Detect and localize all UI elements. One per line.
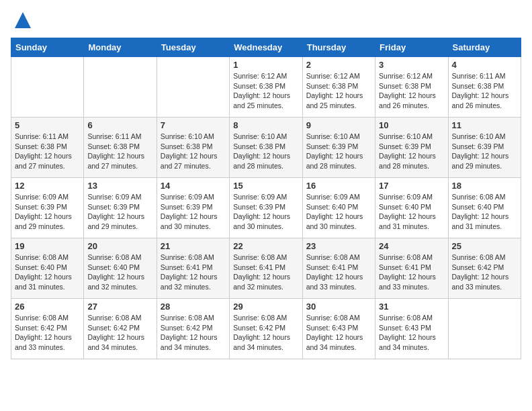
- day-number: 28: [161, 302, 226, 312]
- calendar-cell: [157, 57, 229, 118]
- day-number: 16: [306, 181, 371, 191]
- calendar-week-row: 5Sunrise: 6:11 AM Sunset: 6:38 PM Daylig…: [11, 118, 521, 178]
- day-info: Sunrise: 6:12 AM Sunset: 6:38 PM Dayligh…: [233, 71, 298, 111]
- day-info: Sunrise: 6:08 AM Sunset: 6:43 PM Dayligh…: [379, 313, 444, 353]
- calendar-cell: 7Sunrise: 6:10 AM Sunset: 6:38 PM Daylig…: [157, 118, 229, 178]
- day-info: Sunrise: 6:10 AM Sunset: 6:39 PM Dayligh…: [306, 132, 371, 171]
- calendar-cell: 16Sunrise: 6:09 AM Sunset: 6:40 PM Dayli…: [302, 178, 375, 238]
- day-info: Sunrise: 6:11 AM Sunset: 6:38 PM Dayligh…: [15, 132, 80, 171]
- day-info: Sunrise: 6:10 AM Sunset: 6:38 PM Dayligh…: [161, 132, 226, 171]
- day-info: Sunrise: 6:08 AM Sunset: 6:41 PM Dayligh…: [306, 253, 371, 292]
- calendar-cell: 1Sunrise: 6:12 AM Sunset: 6:38 PM Daylig…: [230, 57, 302, 118]
- day-number: 24: [379, 241, 444, 251]
- day-number: 18: [452, 181, 517, 191]
- day-number: 26: [15, 302, 80, 312]
- calendar-cell: 10Sunrise: 6:10 AM Sunset: 6:39 PM Dayli…: [375, 118, 448, 178]
- day-number: 29: [233, 302, 298, 312]
- col-header-monday: Monday: [84, 38, 157, 57]
- day-number: 3: [379, 60, 444, 70]
- day-info: Sunrise: 6:08 AM Sunset: 6:40 PM Dayligh…: [87, 253, 152, 292]
- day-info: Sunrise: 6:08 AM Sunset: 6:42 PM Dayligh…: [233, 313, 298, 353]
- col-header-sunday: Sunday: [11, 38, 84, 57]
- calendar-cell: 9Sunrise: 6:10 AM Sunset: 6:39 PM Daylig…: [302, 118, 375, 178]
- calendar-cell: 21Sunrise: 6:08 AM Sunset: 6:41 PM Dayli…: [157, 238, 229, 299]
- calendar-cell: 12Sunrise: 6:09 AM Sunset: 6:39 PM Dayli…: [11, 178, 84, 238]
- day-info: Sunrise: 6:09 AM Sunset: 6:39 PM Dayligh…: [87, 192, 152, 232]
- calendar-cell: 11Sunrise: 6:10 AM Sunset: 6:39 PM Dayli…: [448, 118, 521, 178]
- calendar-week-row: 1Sunrise: 6:12 AM Sunset: 6:38 PM Daylig…: [11, 57, 521, 118]
- day-number: 15: [233, 181, 298, 191]
- day-info: Sunrise: 6:08 AM Sunset: 6:42 PM Dayligh…: [161, 313, 226, 353]
- day-info: Sunrise: 6:08 AM Sunset: 6:41 PM Dayligh…: [233, 253, 298, 292]
- day-info: Sunrise: 6:08 AM Sunset: 6:40 PM Dayligh…: [15, 253, 80, 292]
- calendar-cell: [448, 299, 521, 359]
- day-info: Sunrise: 6:08 AM Sunset: 6:42 PM Dayligh…: [15, 313, 80, 353]
- calendar-cell: 22Sunrise: 6:08 AM Sunset: 6:41 PM Dayli…: [230, 238, 302, 299]
- calendar-cell: 17Sunrise: 6:09 AM Sunset: 6:40 PM Dayli…: [375, 178, 448, 238]
- calendar-week-row: 19Sunrise: 6:08 AM Sunset: 6:40 PM Dayli…: [11, 238, 521, 299]
- day-number: 30: [306, 302, 371, 312]
- day-number: 7: [161, 120, 226, 130]
- day-number: 4: [452, 60, 517, 70]
- calendar-cell: 8Sunrise: 6:10 AM Sunset: 6:38 PM Daylig…: [230, 118, 302, 178]
- calendar-cell: 23Sunrise: 6:08 AM Sunset: 6:41 PM Dayli…: [302, 238, 375, 299]
- day-number: 9: [306, 120, 371, 130]
- day-number: 10: [379, 120, 444, 130]
- day-number: 23: [306, 241, 371, 251]
- day-info: Sunrise: 6:12 AM Sunset: 6:38 PM Dayligh…: [379, 71, 444, 111]
- calendar-cell: 26Sunrise: 6:08 AM Sunset: 6:42 PM Dayli…: [11, 299, 84, 359]
- day-info: Sunrise: 6:10 AM Sunset: 6:39 PM Dayligh…: [379, 132, 444, 171]
- day-number: 1: [233, 60, 298, 70]
- logo: [11, 11, 32, 30]
- calendar-cell: 24Sunrise: 6:08 AM Sunset: 6:41 PM Dayli…: [375, 238, 448, 299]
- day-number: 20: [87, 241, 152, 251]
- day-number: 25: [452, 241, 517, 251]
- day-number: 13: [87, 181, 152, 191]
- calendar-cell: 4Sunrise: 6:11 AM Sunset: 6:38 PM Daylig…: [448, 57, 521, 118]
- day-info: Sunrise: 6:08 AM Sunset: 6:42 PM Dayligh…: [452, 253, 517, 292]
- day-info: Sunrise: 6:10 AM Sunset: 6:39 PM Dayligh…: [452, 132, 517, 171]
- svg-marker-0: [15, 12, 31, 28]
- calendar-cell: 15Sunrise: 6:09 AM Sunset: 6:39 PM Dayli…: [230, 178, 302, 238]
- calendar-cell: 13Sunrise: 6:09 AM Sunset: 6:39 PM Dayli…: [84, 178, 157, 238]
- day-number: 27: [87, 302, 152, 312]
- day-info: Sunrise: 6:11 AM Sunset: 6:38 PM Dayligh…: [452, 71, 517, 111]
- calendar-cell: 2Sunrise: 6:12 AM Sunset: 6:38 PM Daylig…: [302, 57, 375, 118]
- day-number: 12: [15, 181, 80, 191]
- calendar-cell: 19Sunrise: 6:08 AM Sunset: 6:40 PM Dayli…: [11, 238, 84, 299]
- col-header-thursday: Thursday: [302, 38, 375, 57]
- day-info: Sunrise: 6:11 AM Sunset: 6:38 PM Dayligh…: [87, 132, 152, 171]
- day-number: 2: [306, 60, 371, 70]
- page-header: [11, 11, 521, 30]
- day-number: 19: [15, 241, 80, 251]
- calendar-cell: 5Sunrise: 6:11 AM Sunset: 6:38 PM Daylig…: [11, 118, 84, 178]
- day-info: Sunrise: 6:09 AM Sunset: 6:39 PM Dayligh…: [233, 192, 298, 232]
- day-info: Sunrise: 6:12 AM Sunset: 6:38 PM Dayligh…: [306, 71, 371, 111]
- calendar-cell: 25Sunrise: 6:08 AM Sunset: 6:42 PM Dayli…: [448, 238, 521, 299]
- day-info: Sunrise: 6:09 AM Sunset: 6:39 PM Dayligh…: [161, 192, 226, 232]
- calendar-cell: 20Sunrise: 6:08 AM Sunset: 6:40 PM Dayli…: [84, 238, 157, 299]
- day-info: Sunrise: 6:10 AM Sunset: 6:38 PM Dayligh…: [233, 132, 298, 171]
- day-info: Sunrise: 6:09 AM Sunset: 6:39 PM Dayligh…: [15, 192, 80, 232]
- calendar-cell: [11, 57, 84, 118]
- calendar-week-row: 12Sunrise: 6:09 AM Sunset: 6:39 PM Dayli…: [11, 178, 521, 238]
- calendar-header-row: SundayMondayTuesdayWednesdayThursdayFrid…: [11, 38, 521, 57]
- day-number: 8: [233, 120, 298, 130]
- calendar-table: SundayMondayTuesdayWednesdayThursdayFrid…: [11, 38, 521, 359]
- col-header-saturday: Saturday: [448, 38, 521, 57]
- day-number: 11: [452, 120, 517, 130]
- day-info: Sunrise: 6:08 AM Sunset: 6:41 PM Dayligh…: [161, 253, 226, 292]
- day-number: 21: [161, 241, 226, 251]
- logo-icon: [13, 11, 32, 30]
- day-info: Sunrise: 6:09 AM Sunset: 6:40 PM Dayligh…: [379, 192, 444, 232]
- day-number: 14: [161, 181, 226, 191]
- calendar-cell: 14Sunrise: 6:09 AM Sunset: 6:39 PM Dayli…: [157, 178, 229, 238]
- col-header-wednesday: Wednesday: [230, 38, 302, 57]
- calendar-cell: 28Sunrise: 6:08 AM Sunset: 6:42 PM Dayli…: [157, 299, 229, 359]
- calendar-cell: 27Sunrise: 6:08 AM Sunset: 6:42 PM Dayli…: [84, 299, 157, 359]
- day-info: Sunrise: 6:08 AM Sunset: 6:40 PM Dayligh…: [452, 192, 517, 232]
- calendar-cell: [84, 57, 157, 118]
- calendar-cell: 30Sunrise: 6:08 AM Sunset: 6:43 PM Dayli…: [302, 299, 375, 359]
- calendar-cell: 6Sunrise: 6:11 AM Sunset: 6:38 PM Daylig…: [84, 118, 157, 178]
- col-header-friday: Friday: [375, 38, 448, 57]
